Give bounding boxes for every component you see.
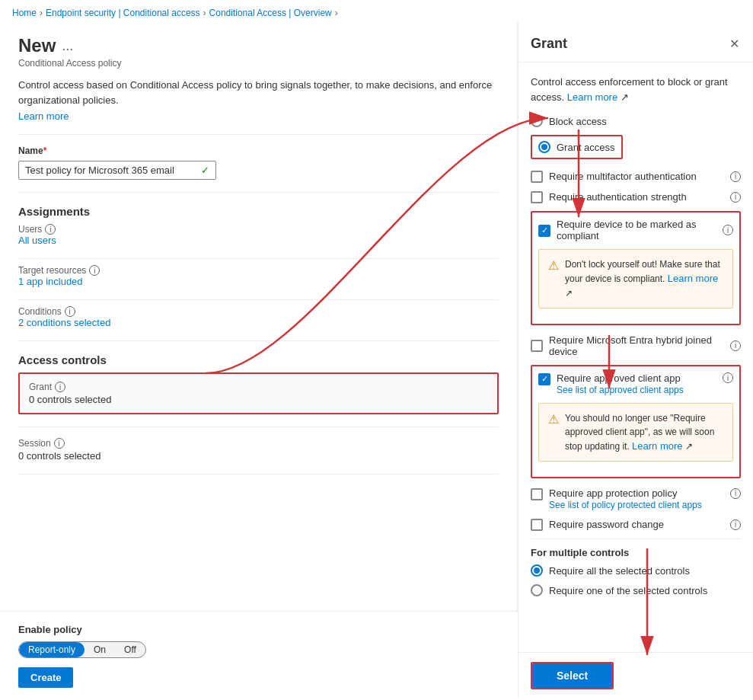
grant-access-radio[interactable]	[538, 141, 550, 153]
device-compliant-checkbox[interactable]	[538, 225, 550, 237]
multiple-controls-label: For multiple controls	[531, 547, 741, 558]
enable-policy-label: Enable policy	[18, 624, 499, 635]
users-assignment: Users i All users	[18, 224, 499, 246]
grant-drawer: Grant ✕ Control access enforcement to bl…	[518, 23, 753, 698]
device-compliant-section: Require device to be marked as compliant…	[531, 211, 741, 325]
name-input-container[interactable]: ✓	[18, 161, 216, 180]
hybrid-joined-checkbox[interactable]	[531, 340, 543, 352]
multiple-controls-section: For multiple controls Require all the se…	[531, 547, 741, 596]
grant-value: 0 controls selected	[29, 394, 488, 405]
app-protection-sublabel[interactable]: See list of policy protected client apps	[549, 500, 702, 510]
target-resources-value[interactable]: 1 app included	[18, 276, 83, 287]
app-protection-info-icon[interactable]: i	[730, 488, 741, 499]
close-button[interactable]: ✕	[728, 35, 741, 53]
grant-label: Grant	[29, 382, 52, 392]
require-one-label: Require one of the selected controls	[549, 585, 707, 596]
drawer-description: Control access enforcement to block or g…	[531, 75, 741, 104]
page-title: New	[18, 35, 56, 56]
toggle-report-only[interactable]: Report-only	[19, 642, 85, 657]
name-field-label: Name*	[18, 145, 499, 156]
hybrid-joined-info-icon[interactable]: i	[730, 340, 741, 351]
page-description: Control access based on Conditional Acce…	[18, 78, 499, 107]
approved-client-info-icon[interactable]: i	[723, 372, 733, 383]
approved-client-alert-icon: ⚠	[548, 412, 559, 454]
ellipsis-menu[interactable]: ...	[62, 38, 73, 54]
breadcrumb-overview[interactable]: Conditional Access | Overview	[209, 8, 332, 18]
name-input[interactable]	[25, 165, 198, 176]
drawer-learn-more[interactable]: Learn more	[567, 91, 617, 103]
create-button[interactable]: Create	[18, 667, 73, 688]
require-all-option[interactable]: Require all the selected controls	[531, 564, 741, 577]
policy-toggle: Report-only On Off	[18, 641, 499, 658]
block-access-radio[interactable]	[531, 115, 543, 127]
password-change-row: Require password change i	[531, 518, 741, 531]
multifactor-checkbox[interactable]	[531, 171, 543, 183]
page-subtitle: Conditional Access policy	[18, 58, 499, 69]
auth-strength-row: Require authentication strength i	[531, 190, 741, 203]
grant-info-icon[interactable]: i	[55, 382, 65, 392]
drawer-title: Grant	[531, 36, 567, 52]
drawer-footer: Select	[518, 652, 753, 698]
target-resources-label: Target resources	[18, 265, 86, 276]
device-compliant-label: Require device to be marked as compliant	[557, 219, 716, 241]
approved-client-checkbox[interactable]	[538, 373, 550, 385]
multifactor-label: Require multifactor authentication	[549, 171, 724, 182]
block-access-label: Block access	[549, 116, 607, 127]
approved-client-alert: ⚠ You should no longer use "Require appr…	[538, 403, 733, 462]
select-button[interactable]: Select	[532, 663, 612, 688]
require-all-radio[interactable]	[531, 564, 543, 577]
enable-policy-section: Enable policy Report-only On Off Create	[0, 611, 518, 698]
multifactor-row: Require multifactor authentication i	[531, 170, 741, 183]
password-change-checkbox[interactable]	[531, 519, 543, 531]
hybrid-joined-label: Require Microsoft Entra hybrid joined de…	[549, 334, 724, 357]
require-one-option[interactable]: Require one of the selected controls	[531, 584, 741, 596]
grant-access-label: Grant access	[557, 142, 615, 153]
users-info-icon[interactable]: i	[45, 224, 56, 235]
app-protection-row: Require app protection policy i See list…	[531, 487, 741, 510]
require-all-label: Require all the selected controls	[549, 565, 690, 577]
breadcrumb-endpoint[interactable]: Endpoint security | Conditional access	[46, 8, 200, 18]
select-button-wrapper: Select	[531, 662, 614, 689]
conditions-value[interactable]: 2 conditions selected	[18, 317, 110, 328]
approved-client-alert-text: You should no longer use "Require approv…	[565, 411, 723, 454]
auth-strength-info-icon[interactable]: i	[730, 192, 741, 203]
auth-strength-label: Require authentication strength	[549, 191, 724, 203]
toggle-pill[interactable]: Report-only On Off	[18, 641, 146, 658]
page-learn-more[interactable]: Learn more	[18, 110, 69, 122]
approved-client-sublabel[interactable]: See list of approved client apps	[557, 385, 684, 395]
require-one-radio[interactable]	[531, 584, 543, 596]
breadcrumb-home[interactable]: Home	[12, 8, 37, 18]
app-protection-label: Require app protection policy	[549, 487, 727, 499]
approved-client-learn-more[interactable]: Learn more	[632, 440, 682, 452]
device-compliant-learn-more[interactable]: Learn more	[668, 273, 718, 284]
approved-client-section: Require approved client app i See list o…	[531, 365, 741, 479]
session-info-icon[interactable]: i	[54, 438, 65, 449]
block-access-option[interactable]: Block access	[531, 115, 741, 127]
session-value: 0 controls selected	[18, 450, 499, 462]
session-item: Session i 0 controls selected	[18, 438, 499, 462]
toggle-on[interactable]: On	[85, 642, 115, 657]
device-compliant-alert-text: Don't lock yourself out! Make sure that …	[565, 257, 723, 300]
access-controls-title: Access controls	[18, 353, 499, 366]
alert-triangle-icon: ⚠	[548, 258, 559, 300]
grant-box[interactable]: Grant i 0 controls selected	[18, 372, 499, 414]
users-value[interactable]: All users	[18, 235, 56, 246]
drawer-body: Control access enforcement to block or g…	[518, 62, 753, 652]
drawer-header: Grant ✕	[518, 23, 753, 62]
checkmark-icon: ✓	[201, 165, 209, 176]
app-protection-checkbox[interactable]	[531, 488, 543, 500]
device-compliant-alert: ⚠ Don't lock yourself out! Make sure tha…	[538, 249, 733, 308]
conditions-label: Conditions	[18, 306, 62, 317]
target-resources-assignment: Target resources i 1 app included	[18, 265, 499, 287]
device-compliant-info-icon[interactable]: i	[723, 225, 733, 235]
multifactor-info-icon[interactable]: i	[730, 171, 741, 182]
password-change-info-icon[interactable]: i	[730, 519, 741, 530]
grant-access-highlight[interactable]: Grant access	[531, 135, 623, 159]
approved-client-label: Require approved client app	[557, 372, 719, 384]
users-label: Users	[18, 224, 42, 235]
toggle-off[interactable]: Off	[115, 642, 145, 657]
conditions-info-icon[interactable]: i	[65, 306, 75, 317]
hybrid-joined-row: Require Microsoft Entra hybrid joined de…	[531, 334, 741, 357]
target-resources-info-icon[interactable]: i	[89, 265, 100, 276]
auth-strength-checkbox[interactable]	[531, 191, 543, 203]
